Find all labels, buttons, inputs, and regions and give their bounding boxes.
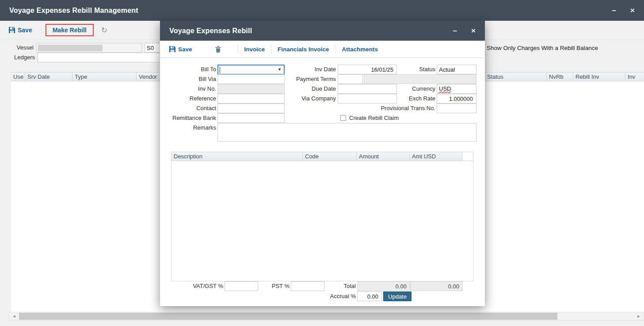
dialog-minimize-icon[interactable]: – — [453, 27, 457, 35]
close-icon[interactable]: × — [630, 7, 635, 14]
exch-rate-label: Exch Rate — [399, 94, 435, 104]
due-date-label: Due Date — [284, 84, 336, 94]
remarks-label: Remarks — [160, 123, 216, 133]
dialog-nav-links: Invoice Financials Invoice Attachments — [238, 44, 385, 54]
payment-terms-description-input — [364, 74, 476, 84]
column-header-filler — [462, 152, 473, 161]
remittance-bank-input[interactable] — [217, 113, 285, 123]
column-header-code[interactable]: Code — [303, 152, 357, 161]
update-button[interactable]: Update — [383, 291, 412, 301]
pst-label: PST % — [248, 281, 290, 291]
reference-input[interactable] — [217, 94, 285, 104]
contact-label: Contact — [160, 104, 216, 113]
minimize-icon[interactable]: – — [612, 7, 616, 14]
column-header-description[interactable]: Description — [171, 152, 303, 161]
column-header-type[interactable]: Type — [72, 73, 137, 81]
column-header-rebill-inv[interactable]: Rebill Inv — [573, 73, 625, 81]
remittance-bank-label: Remittance Bank — [160, 113, 216, 123]
payment-terms-input[interactable] — [338, 74, 363, 84]
total-label: Total — [310, 281, 356, 291]
exch-rate-input[interactable] — [437, 94, 476, 104]
chevron-down-icon: ▼ — [278, 68, 282, 72]
provisional-trans-no-input[interactable] — [437, 104, 476, 113]
dialog-save-label: Save — [178, 46, 192, 53]
column-header-status[interactable]: Status — [485, 73, 547, 81]
financials-invoice-tab[interactable]: Financials Invoice — [271, 44, 335, 54]
column-header-amt-usd[interactable]: Amt USD — [410, 152, 462, 161]
make-rebill-button[interactable]: Make Rebill — [46, 24, 94, 36]
total-amt-usd-field — [410, 281, 463, 291]
bill-via-label: Bill Via — [160, 74, 216, 84]
vat-gst-label: VAT/GST % — [160, 281, 223, 291]
bill-via-input[interactable] — [217, 74, 285, 84]
ledgers-input[interactable] — [38, 53, 160, 62]
payment-terms-label: Payment Terms — [284, 74, 336, 84]
voyage-expenses-rebill-dialog: Voyage Expenses Rebill – × — [160, 21, 485, 306]
inv-no-input — [217, 84, 285, 94]
due-date-input[interactable] — [338, 84, 397, 94]
accrual-label: Accrual % — [310, 291, 356, 301]
currency-value: USD — [439, 85, 451, 92]
text-cursor — [220, 67, 220, 73]
scroll-left-icon[interactable]: ◄ — [10, 312, 18, 320]
dialog-toolbar: Save Invoice Financials Invoice Attachme… — [160, 41, 485, 58]
column-header-use[interactable]: Use — [11, 73, 25, 81]
via-company-input[interactable] — [338, 94, 397, 104]
show-only-charges-label: Show Only Charges With a Rebill Balance — [487, 45, 598, 51]
dialog-close-icon[interactable]: × — [471, 27, 476, 35]
line-items-grid-header: Description Code Amount Amt USD — [171, 152, 473, 161]
main-window-title: Voyage Expenses Rebill Management — [9, 7, 138, 15]
dialog-title: Voyage Expenses Rebill — [169, 27, 252, 35]
bill-to-label: Bill To — [160, 65, 216, 74]
bill-to-select[interactable]: ▼ — [217, 65, 285, 75]
total-amount-field — [357, 281, 410, 291]
trash-icon — [215, 46, 221, 53]
dialog-window-controls: – × — [439, 27, 476, 35]
scrollbar-thumb[interactable] — [19, 313, 557, 320]
currency-label: Currency — [399, 84, 435, 94]
inv-no-label: Inv No. — [160, 84, 216, 94]
vessel-input[interactable] — [36, 43, 142, 53]
contact-input[interactable] — [217, 104, 285, 113]
delete-button[interactable] — [215, 46, 221, 53]
refresh-icon[interactable]: ↻ — [101, 26, 107, 35]
vessel-label: Vessel — [0, 43, 34, 53]
reference-label: Reference — [160, 94, 216, 104]
via-company-label: Via Company — [284, 94, 336, 104]
create-rebill-claim-label: Create Rebill Claim — [349, 113, 399, 123]
accrual-input[interactable] — [357, 291, 382, 301]
attachments-tab[interactable]: Attachments — [335, 44, 384, 54]
horizontal-scrollbar[interactable]: ◄ ► — [9, 312, 644, 321]
vessel-value-redacted — [38, 45, 103, 51]
save-icon — [9, 27, 15, 33]
column-header-amount[interactable]: Amount — [357, 152, 410, 161]
status-label: Status — [399, 65, 435, 74]
line-items-grid-body — [171, 161, 473, 281]
column-header-srv-date[interactable]: Srv Date — [25, 73, 72, 81]
dialog-save-icon — [169, 46, 175, 52]
save-button-label: Save — [18, 27, 32, 34]
main-window-controls: – × — [598, 7, 635, 14]
ledgers-label: Ledgers — [0, 53, 35, 62]
dialog-titlebar: Voyage Expenses Rebill – × — [160, 21, 485, 41]
main-titlebar: Voyage Expenses Rebill Management – × — [0, 0, 644, 21]
inv-date-label: Inv Date — [284, 65, 336, 74]
scroll-right-icon[interactable]: ► — [635, 312, 643, 320]
inv-date-input[interactable] — [338, 65, 397, 74]
provisional-trans-no-label: Provisional Trans No. — [346, 104, 435, 113]
remarks-textarea[interactable] — [217, 123, 476, 142]
status-input[interactable] — [437, 65, 476, 74]
voyage-expenses-rebill-management-window: Voyage Expenses Rebill Management – × Sa… — [0, 0, 644, 326]
invoice-tab[interactable]: Invoice — [238, 44, 271, 54]
create-rebill-claim-checkbox[interactable] — [340, 115, 346, 121]
column-header-nvrb[interactable]: NvRb — [547, 73, 573, 81]
currency-input[interactable]: USD — [437, 84, 476, 94]
save-button[interactable]: Save — [9, 27, 32, 34]
column-header-inv[interactable]: Inv — [625, 73, 644, 81]
dialog-save-button[interactable]: Save — [169, 46, 192, 53]
